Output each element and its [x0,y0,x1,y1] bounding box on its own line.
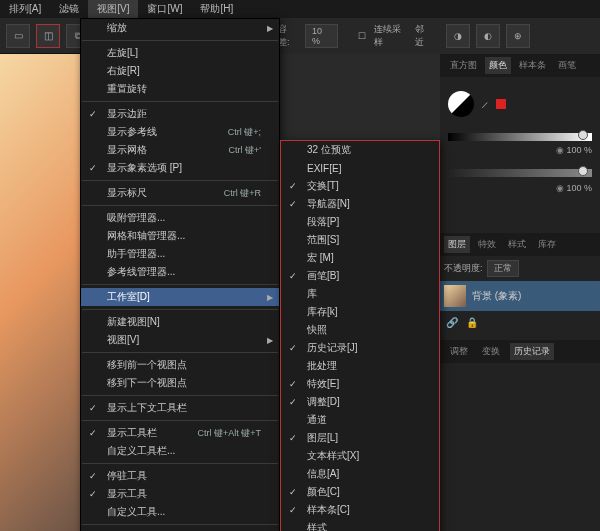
layer-row[interactable]: 背景 (象素) [440,281,600,311]
layers-panel-tabs: 图层特效样式库存 [440,233,600,256]
opacity-label: 不透明度: [444,262,483,275]
menu-item[interactable]: EXIF[E] [281,159,439,177]
menu-item[interactable]: 参考线管理器... [81,263,279,281]
menu-item[interactable]: 网格和轴管理器... [81,227,279,245]
check-icon: ✓ [289,397,297,407]
menu-item[interactable]: ✓样本条[C] [281,501,439,519]
tab-库存[interactable]: 库存 [534,236,560,253]
slider-knob-2[interactable] [578,166,588,176]
divider [82,463,278,464]
menu-item[interactable]: 显示网格Ctrl 键+' [81,141,279,159]
secondary-slider[interactable] [448,169,592,177]
menu-item-label: 重置旋转 [107,82,147,96]
foreground-background-swatch[interactable] [448,91,474,117]
menu-item[interactable]: ✓显示象素选项 [P] [81,159,279,177]
menu-item[interactable]: 缩放▶ [81,19,279,37]
menu-排列[interactable]: 排列[A] [0,0,50,18]
tool-button-1[interactable]: ▭ [6,24,30,48]
menu-item[interactable]: 助手管理器... [81,245,279,263]
menu-item-label: 库存[k] [307,305,338,319]
menu-item[interactable]: 通道 [281,411,439,429]
divider [82,205,278,206]
check-icon: ✓ [289,433,297,443]
menu-item[interactable]: 自定义工具... [81,503,279,521]
menu-item[interactable]: 样式 [281,519,439,531]
menu-item-label: 移到前一个视图点 [107,358,187,372]
menu-bar: 排列[A]滤镜视图[V]窗口[W]帮助[H] [0,0,600,18]
layer-thumbnail[interactable] [444,285,466,307]
menu-item[interactable]: 自定义工具栏... [81,442,279,460]
tab-画笔[interactable]: 画笔 [554,57,580,74]
menu-item[interactable]: 视图[V]▶ [81,331,279,349]
menu-item[interactable]: 工作室[D]▶ [81,288,279,306]
menu-item[interactable]: 批处理 [281,357,439,375]
menu-item[interactable]: 显示标尺Ctrl 键+R [81,184,279,202]
tab-样本条[interactable]: 样本条 [515,57,550,74]
opacity-slider[interactable] [448,133,592,141]
menu-item[interactable]: 移到下一个视图点 [81,374,279,392]
panel-tool-2[interactable]: ◐ [476,24,500,48]
tolerance-value[interactable]: 10 % [305,24,338,48]
check-icon: ✓ [89,428,97,438]
blend-mode-select[interactable]: 正常 [487,260,519,277]
tab-颜色[interactable]: 颜色 [485,57,511,74]
menu-item[interactable]: 库存[k] [281,303,439,321]
tab-特效[interactable]: 特效 [474,236,500,253]
menu-item[interactable]: ✓特效[E] [281,375,439,393]
menu-item[interactable]: ✓显示上下文工具栏 [81,399,279,417]
panel-tool-1[interactable]: ◑ [446,24,470,48]
menu-item[interactable]: 文本样式[X] [281,447,439,465]
menu-item-label: 段落[P] [307,215,339,229]
eyedropper-icon[interactable]: ⟋ [480,99,490,110]
menu-item[interactable]: ✓图层[L] [281,429,439,447]
menu-item-label: 参考线管理器... [107,265,175,279]
menu-item[interactable]: 库 [281,285,439,303]
menu-item[interactable]: ✓历史记录[J] [281,339,439,357]
tab-直方图[interactable]: 直方图 [446,57,481,74]
tool-button-2[interactable]: ◫ [36,24,60,48]
menu-item[interactable]: 段落[P] [281,213,439,231]
tab-调整[interactable]: 调整 [446,343,472,360]
tab-样式[interactable]: 样式 [504,236,530,253]
menu-item[interactable]: ✓显示边距 [81,105,279,123]
menu-item[interactable]: 快照 [281,321,439,339]
slider-knob[interactable] [578,130,588,140]
menu-item[interactable]: 信息[A] [281,465,439,483]
divider [82,40,278,41]
menu-item-label: 助手管理器... [107,247,165,261]
menu-窗口[interactable]: 窗口[W] [138,0,191,18]
lock-icon[interactable]: 🔒 [466,317,478,328]
menu-item[interactable]: ✓显示工具 [81,485,279,503]
menu-item[interactable]: 显示参考线Ctrl 键+; [81,123,279,141]
tab-图层[interactable]: 图层 [444,236,470,253]
menu-item[interactable]: 右旋[R] [81,62,279,80]
menu-item[interactable]: ✓导航器[N] [281,195,439,213]
menu-item[interactable]: 移到前一个视图点 [81,356,279,374]
menu-item[interactable]: 左旋[L] [81,44,279,62]
menu-item[interactable]: 范围[S] [281,231,439,249]
tab-历史记录[interactable]: 历史记录 [510,343,554,360]
menu-item[interactable]: 新建视图[N] [81,313,279,331]
check-icon: ✓ [89,163,97,173]
menu-item[interactable]: ✓颜色[C] [281,483,439,501]
link-icon[interactable]: 🔗 [446,317,458,328]
menu-视图[interactable]: 视图[V] [88,0,138,18]
menu-item-label: 新建视图[N] [107,315,160,329]
menu-item[interactable]: 吸附管理器... [81,209,279,227]
menu-帮助[interactable]: 帮助[H] [191,0,242,18]
menu-item[interactable]: ✓显示工具栏Ctrl 键+Alt 键+T [81,424,279,442]
menu-item-label: 网格和轴管理器... [107,229,185,243]
menu-item[interactable]: ✓停驻工具 [81,467,279,485]
menu-item[interactable]: ✓调整[D] [281,393,439,411]
menu-item[interactable]: 宏 [M] [281,249,439,267]
menu-滤镜[interactable]: 滤镜 [50,0,88,18]
menu-item[interactable]: ✓交换[T] [281,177,439,195]
menu-item-label: 显示工具 [107,487,147,501]
menu-item[interactable]: ✓画笔[B] [281,267,439,285]
panel-tool-3[interactable]: ⊕ [506,24,530,48]
red-swatch[interactable] [496,99,506,109]
menu-item[interactable]: 32 位预览 [281,141,439,159]
tab-变换[interactable]: 变换 [478,343,504,360]
studio-submenu-dropdown: 32 位预览EXIF[E]✓交换[T]✓导航器[N]段落[P]范围[S]宏 [M… [280,140,440,531]
menu-item[interactable]: 重置旋转 [81,80,279,98]
